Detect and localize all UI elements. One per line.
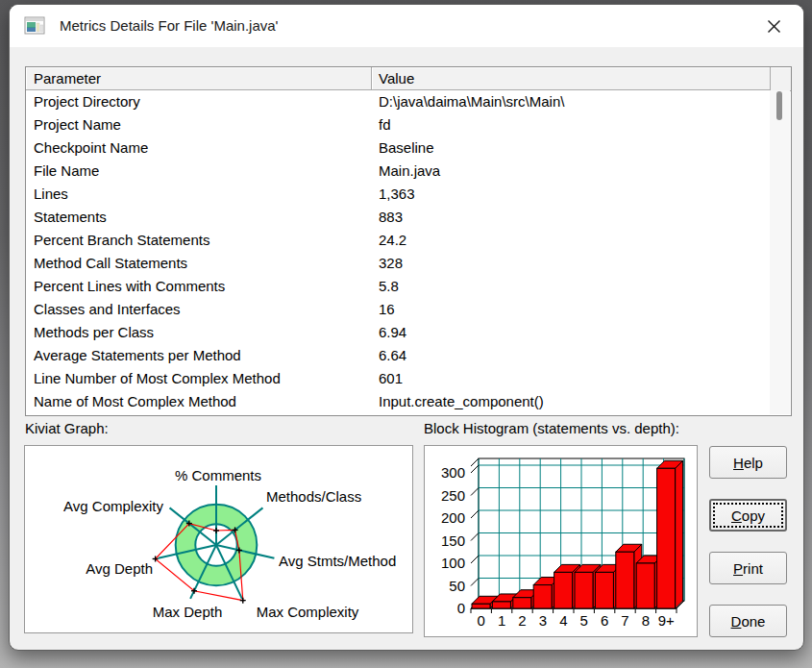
close-icon xyxy=(767,19,781,34)
table-row[interactable]: Method Call Statements328 xyxy=(26,252,791,275)
svg-text:3: 3 xyxy=(539,612,547,629)
table-row[interactable]: Percent Branch Statements24.2 xyxy=(26,229,791,252)
titlebar[interactable]: Metrics Details For File 'Main.java' xyxy=(10,5,803,47)
done-button[interactable]: Done xyxy=(709,605,787,637)
value-cell: 16 xyxy=(372,298,791,321)
value-cell: 601 xyxy=(372,367,791,390)
table-row[interactable]: File NameMain.java xyxy=(26,160,791,183)
svg-text:2: 2 xyxy=(518,612,526,629)
svg-text:6: 6 xyxy=(601,612,608,629)
copy-button[interactable]: Copy xyxy=(709,499,787,532)
value-cell: fd xyxy=(372,113,791,136)
kiviat-graph-label: Kiviat Graph: xyxy=(25,420,109,436)
print-button[interactable]: Print xyxy=(709,552,787,584)
window-title: Metrics Details For File 'Main.java' xyxy=(60,5,278,47)
parameter-cell: Lines xyxy=(26,183,372,206)
parameter-cell: Name of Most Complex Method xyxy=(26,390,372,413)
parameter-cell: Method Call Statements xyxy=(26,252,372,275)
table-row[interactable]: Line Number of Most Complex Method601 xyxy=(26,367,791,390)
value-cell: 24.2 xyxy=(372,229,791,252)
table-row[interactable]: Statements883 xyxy=(26,206,791,229)
value-cell: 883 xyxy=(372,206,791,229)
table-header: Parameter Value xyxy=(26,67,791,90)
svg-text:Avg Stmts/Method: Avg Stmts/Method xyxy=(279,553,396,569)
parameter-cell: Classes and Interfaces xyxy=(26,298,372,321)
value-cell: 6.64 xyxy=(372,344,791,367)
svg-text:0: 0 xyxy=(457,600,465,616)
scrollbar-thumb[interactable] xyxy=(776,91,782,120)
histogram-label: Block Histogram (statements vs. depth): xyxy=(424,420,679,436)
table-row[interactable]: Classes and Interfaces16 xyxy=(26,298,791,321)
svg-text:300: 300 xyxy=(441,464,465,481)
value-cell: Main.java xyxy=(372,160,791,183)
vertical-scrollbar[interactable] xyxy=(770,90,790,414)
svg-text:200: 200 xyxy=(441,509,465,526)
parameter-cell: Project Name xyxy=(26,113,372,136)
metrics-table: Parameter Value Project DirectoryD:\java… xyxy=(25,66,792,416)
table-row[interactable]: Name of Most Complex MethodInput.create_… xyxy=(26,390,791,413)
svg-text:50: 50 xyxy=(449,578,465,594)
svg-text:8: 8 xyxy=(642,612,650,629)
value-cell: 5.8 xyxy=(372,275,791,298)
parameter-cell: File Name xyxy=(26,160,372,183)
value-cell: 328 xyxy=(372,252,791,275)
value-cell: D:\java\daima\Main\src\Main\ xyxy=(372,90,791,113)
parameter-cell: Percent Lines with Comments xyxy=(26,275,372,298)
svg-text:4: 4 xyxy=(559,612,567,629)
svg-text:1: 1 xyxy=(498,612,505,629)
svg-text:Max Complexity: Max Complexity xyxy=(257,604,359,620)
svg-text:9+: 9+ xyxy=(658,612,675,629)
value-cell: 1,363 xyxy=(372,183,791,206)
parameter-cell: Methods per Class xyxy=(26,321,372,344)
value-cell: Baseline xyxy=(372,136,791,160)
parameter-cell: Checkpoint Name xyxy=(26,136,372,160)
table-row[interactable]: Methods per Class6.94 xyxy=(26,321,791,344)
table-row[interactable]: Project Namefd xyxy=(26,113,791,136)
histogram-panel: 0501001502002503000123456789+ xyxy=(424,445,698,637)
help-button[interactable]: Help xyxy=(709,446,787,479)
table-row[interactable]: Average Statements per Method6.64 xyxy=(26,344,791,367)
block-histogram-chart: 0501001502002503000123456789+ xyxy=(425,446,697,636)
parameter-cell: Average Statements per Method xyxy=(26,344,372,367)
svg-text:Avg Complexity: Avg Complexity xyxy=(63,498,163,514)
svg-text:5: 5 xyxy=(580,612,588,629)
table-row[interactable]: Checkpoint NameBaseline xyxy=(26,136,791,160)
value-cell: 6.94 xyxy=(372,321,791,344)
parameter-cell: Line Number of Most Complex Method xyxy=(26,367,372,390)
svg-text:0: 0 xyxy=(478,612,485,629)
table-body: Project DirectoryD:\java\daima\Main\src\… xyxy=(26,90,791,415)
column-header-value[interactable]: Value xyxy=(372,67,771,90)
parameter-cell: Percent Branch Statements xyxy=(26,229,372,252)
svg-text:150: 150 xyxy=(441,532,465,549)
metrics-details-dialog: Metrics Details For File 'Main.java' Par… xyxy=(9,4,804,651)
svg-text:Avg Depth: Avg Depth xyxy=(86,560,153,577)
svg-text:Methods/Class: Methods/Class xyxy=(266,488,361,505)
svg-text:100: 100 xyxy=(441,555,465,571)
table-row[interactable]: Percent Lines with Comments5.8 xyxy=(26,275,791,298)
parameter-cell: Statements xyxy=(26,206,372,229)
svg-text:7: 7 xyxy=(621,612,628,629)
app-icon xyxy=(24,15,45,37)
table-row[interactable]: Lines1,363 xyxy=(26,183,791,206)
value-cell: Input.create_component() xyxy=(372,390,791,413)
column-header-parameter[interactable]: Parameter xyxy=(26,67,372,90)
kiviat-radar-chart: % CommentsMethods/ClassAvg Stmts/MethodM… xyxy=(25,446,412,632)
svg-text:% Comments: % Comments xyxy=(175,467,261,483)
close-button[interactable] xyxy=(759,12,788,40)
svg-text:250: 250 xyxy=(441,487,465,504)
parameter-cell: Project Directory xyxy=(26,90,372,113)
kiviat-graph-panel: % CommentsMethods/ClassAvg Stmts/MethodM… xyxy=(24,445,413,633)
column-header-filler xyxy=(771,67,791,91)
svg-text:Max Depth: Max Depth xyxy=(153,604,223,620)
table-row[interactable]: Project DirectoryD:\java\daima\Main\src\… xyxy=(26,90,791,113)
